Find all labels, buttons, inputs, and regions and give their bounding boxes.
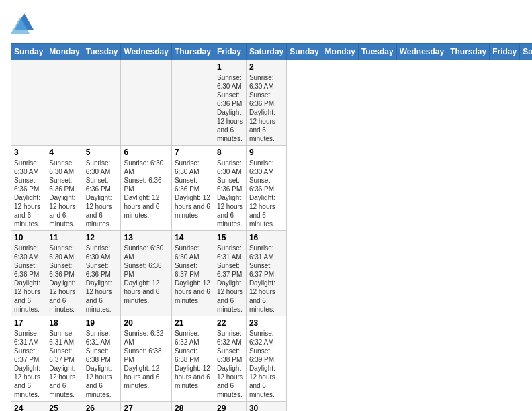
day-info: Sunrise: 6:32 AMSunset: 6:39 PMDaylight:… [249, 329, 283, 399]
day-info: Sunrise: 6:30 AMSunset: 6:36 PMDaylight:… [86, 158, 118, 228]
calendar-cell: 18Sunrise: 6:31 AMSunset: 6:37 PMDayligh… [46, 316, 83, 402]
col-header-saturday: Saturday [520, 44, 532, 60]
day-info: Sunrise: 6:32 AMSunset: 6:38 PMDaylight:… [175, 329, 211, 390]
calendar-cell: 13Sunrise: 6:30 AMSunset: 6:36 PMDayligh… [121, 231, 171, 316]
calendar-week-2: 3Sunrise: 6:30 AMSunset: 6:36 PMDaylight… [11, 146, 533, 231]
logo-icon [11, 11, 36, 36]
calendar-cell: 26Sunrise: 6:33 AMSunset: 6:40 PMDayligh… [83, 402, 121, 412]
day-info: Sunrise: 6:30 AMSunset: 6:36 PMDaylight:… [217, 73, 243, 143]
day-info: Sunrise: 6:30 AMSunset: 6:36 PMDaylight:… [14, 158, 43, 228]
day-number: 29 [217, 404, 243, 411]
calendar-cell: 3Sunrise: 6:30 AMSunset: 6:36 PMDaylight… [11, 146, 46, 231]
day-info: Sunrise: 6:32 AMSunset: 6:38 PMDaylight:… [124, 329, 168, 390]
day-info: Sunrise: 6:30 AMSunset: 6:36 PMDaylight:… [124, 244, 168, 305]
day-info: Sunrise: 6:30 AMSunset: 6:36 PMDaylight:… [249, 158, 283, 228]
header-sunday: Sunday [11, 44, 46, 60]
day-number: 20 [124, 318, 168, 328]
day-number: 19 [86, 318, 118, 328]
calendar-week-4: 17Sunrise: 6:31 AMSunset: 6:37 PMDayligh… [11, 316, 533, 402]
calendar-cell: 10Sunrise: 6:30 AMSunset: 6:36 PMDayligh… [11, 231, 46, 316]
day-info: Sunrise: 6:30 AMSunset: 6:36 PMDaylight:… [49, 244, 79, 314]
calendar-cell: 21Sunrise: 6:32 AMSunset: 6:38 PMDayligh… [171, 316, 214, 402]
calendar-cell: 12Sunrise: 6:30 AMSunset: 6:36 PMDayligh… [83, 231, 121, 316]
page-header [11, 11, 521, 36]
day-number: 24 [14, 404, 43, 411]
calendar-cell: 17Sunrise: 6:31 AMSunset: 6:37 PMDayligh… [11, 316, 46, 402]
day-number: 7 [175, 148, 211, 157]
day-info: Sunrise: 6:31 AMSunset: 6:37 PMDaylight:… [249, 244, 283, 314]
calendar-table: SundayMondayTuesdayWednesdayThursdayFrid… [11, 43, 532, 411]
calendar-cell: 1Sunrise: 6:30 AMSunset: 6:36 PMDaylight… [214, 60, 246, 146]
day-number: 30 [249, 404, 283, 411]
day-number: 1 [217, 62, 243, 72]
day-info: Sunrise: 6:30 AMSunset: 6:36 PMDaylight:… [14, 244, 43, 314]
day-info: Sunrise: 6:30 AMSunset: 6:36 PMDaylight:… [249, 73, 283, 143]
calendar-week-5: 24Sunrise: 6:33 AMSunset: 6:39 PMDayligh… [11, 402, 533, 412]
header-wednesday: Wednesday [121, 44, 171, 60]
day-number: 28 [175, 404, 211, 411]
calendar-cell [121, 60, 171, 146]
calendar-cell: 7Sunrise: 6:30 AMSunset: 6:36 PMDaylight… [171, 146, 214, 231]
day-info: Sunrise: 6:31 AMSunset: 6:37 PMDaylight:… [217, 244, 243, 314]
day-number: 8 [217, 148, 243, 157]
day-number: 15 [217, 233, 243, 242]
col-header-monday: Monday [322, 44, 358, 60]
day-number: 16 [249, 233, 283, 242]
header-monday: Monday [46, 44, 83, 60]
day-info: Sunrise: 6:31 AMSunset: 6:38 PMDaylight:… [86, 329, 118, 399]
day-number: 13 [124, 233, 168, 242]
calendar-cell: 11Sunrise: 6:30 AMSunset: 6:36 PMDayligh… [46, 231, 83, 316]
calendar-cell [83, 60, 121, 146]
calendar-header-row: SundayMondayTuesdayWednesdayThursdayFrid… [11, 44, 533, 60]
day-number: 2 [249, 62, 283, 72]
calendar-cell: 20Sunrise: 6:32 AMSunset: 6:38 PMDayligh… [121, 316, 171, 402]
col-header-tuesday: Tuesday [358, 44, 396, 60]
calendar-cell: 6Sunrise: 6:30 AMSunset: 6:36 PMDaylight… [121, 146, 171, 231]
day-info: Sunrise: 6:30 AMSunset: 6:36 PMDaylight:… [86, 244, 118, 314]
header-tuesday: Tuesday [83, 44, 121, 60]
day-number: 21 [175, 318, 211, 328]
calendar-cell: 28Sunrise: 6:34 AMSunset: 6:40 PMDayligh… [171, 402, 214, 412]
day-info: Sunrise: 6:30 AMSunset: 6:37 PMDaylight:… [175, 244, 211, 305]
calendar-cell: 22Sunrise: 6:32 AMSunset: 6:38 PMDayligh… [214, 316, 246, 402]
calendar-week-3: 10Sunrise: 6:30 AMSunset: 6:36 PMDayligh… [11, 231, 533, 316]
day-number: 27 [124, 404, 168, 411]
calendar-cell: 25Sunrise: 6:33 AMSunset: 6:39 PMDayligh… [46, 402, 83, 412]
calendar-cell [46, 60, 83, 146]
col-header-wednesday: Wednesday [396, 44, 447, 60]
day-number: 14 [175, 233, 211, 242]
calendar-cell: 9Sunrise: 6:30 AMSunset: 6:36 PMDaylight… [246, 146, 286, 231]
calendar-cell: 24Sunrise: 6:33 AMSunset: 6:39 PMDayligh… [11, 402, 46, 412]
day-info: Sunrise: 6:31 AMSunset: 6:37 PMDaylight:… [49, 329, 79, 399]
calendar-cell: 5Sunrise: 6:30 AMSunset: 6:36 PMDaylight… [83, 146, 121, 231]
calendar-cell: 2Sunrise: 6:30 AMSunset: 6:36 PMDaylight… [246, 60, 286, 146]
day-info: Sunrise: 6:30 AMSunset: 6:36 PMDaylight:… [217, 158, 243, 228]
day-number: 3 [14, 148, 43, 157]
calendar-cell: 15Sunrise: 6:31 AMSunset: 6:37 PMDayligh… [214, 231, 246, 316]
logo [11, 11, 39, 36]
day-number: 9 [249, 148, 283, 157]
calendar-week-1: 1Sunrise: 6:30 AMSunset: 6:36 PMDaylight… [11, 60, 533, 146]
day-number: 17 [14, 318, 43, 328]
day-number: 23 [249, 318, 283, 328]
calendar-cell [11, 60, 46, 146]
calendar-cell [171, 60, 214, 146]
col-header-sunday: Sunday [287, 44, 322, 60]
day-info: Sunrise: 6:31 AMSunset: 6:37 PMDaylight:… [14, 329, 43, 399]
day-number: 11 [49, 233, 79, 242]
header-thursday: Thursday [171, 44, 214, 60]
calendar-cell: 29Sunrise: 6:34 AMSunset: 6:41 PMDayligh… [214, 402, 246, 412]
calendar-cell: 8Sunrise: 6:30 AMSunset: 6:36 PMDaylight… [214, 146, 246, 231]
day-number: 10 [14, 233, 43, 242]
day-number: 22 [217, 318, 243, 328]
calendar-cell: 27Sunrise: 6:34 AMSunset: 6:40 PMDayligh… [121, 402, 171, 412]
day-info: Sunrise: 6:32 AMSunset: 6:38 PMDaylight:… [217, 329, 243, 399]
calendar-cell: 16Sunrise: 6:31 AMSunset: 6:37 PMDayligh… [246, 231, 286, 316]
day-number: 25 [49, 404, 79, 411]
day-number: 18 [49, 318, 79, 328]
day-number: 26 [86, 404, 118, 411]
col-header-friday: Friday [490, 44, 520, 60]
day-number: 12 [86, 233, 118, 242]
day-info: Sunrise: 6:30 AMSunset: 6:36 PMDaylight:… [124, 158, 168, 220]
calendar-cell: 19Sunrise: 6:31 AMSunset: 6:38 PMDayligh… [83, 316, 121, 402]
